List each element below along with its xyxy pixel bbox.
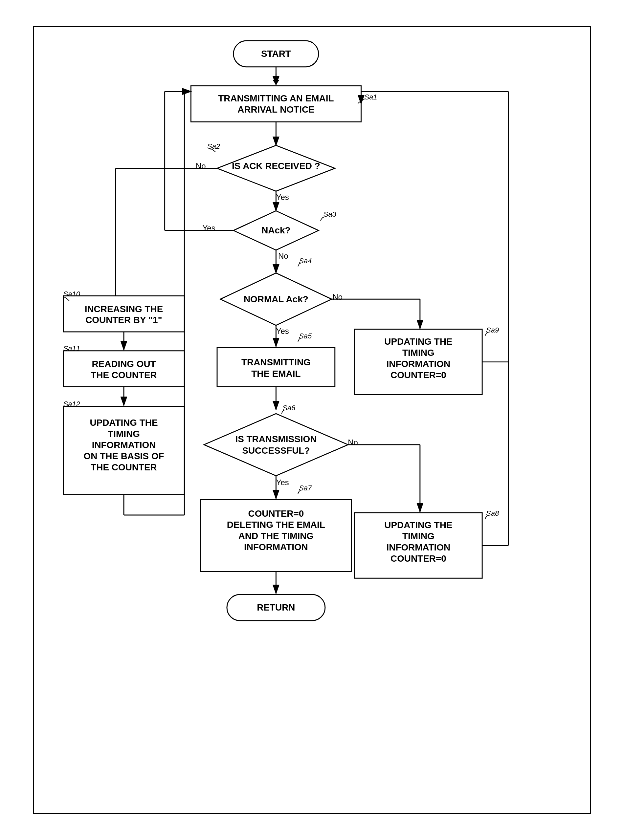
flowchart-container: START TRANSMITTING AN EMAIL ARRIVAL NOTI… [33,26,591,814]
sa7-line1: COUNTER=0 [248,509,304,519]
sa12-line5: THE COUNTER [91,462,157,472]
sa2-yes-label: Yes [276,193,289,201]
sa4-ref: Sa4 [299,256,312,265]
sa10-ref: Sa10 [63,290,80,298]
sa7-line4: INFORMATION [244,542,308,552]
sa12-line1: UPDATING THE [90,418,158,428]
svg-rect-5 [191,86,361,122]
sa12-line4: ON THE BASIS OF [84,451,164,461]
sa6-ref: Sa6 [283,404,296,412]
sa11-line1: READING OUT [92,358,156,368]
sa7-line3: AND THE TIMING [238,531,314,541]
sa10-line2: COUNTER BY "1" [85,315,162,325]
sa8-line2: TIMING [402,531,434,541]
sa4-no-label: No [332,292,343,301]
sa9-ref: Sa9 [486,326,499,334]
sa6-yes-label: Yes [276,478,289,487]
sa9-line3: INFORMATION [386,358,451,368]
start-label: START [261,49,291,59]
sa5-line1: TRANSMITTING [241,357,311,367]
sa1-line2: ARRIVAL NOTICE [238,104,315,114]
sa7-ref: Sa7 [299,484,312,492]
sa3-yes-label: Yes [202,223,215,233]
sa2-no-label: No [196,162,206,170]
sa3-label: NAck? [261,225,290,235]
sa6-line2: SUCCESSFUL? [242,445,310,456]
sa10-line1: INCREASING THE [85,304,163,314]
sa4-yes-label: Yes [276,327,289,336]
sa6-line1: IS TRANSMISSION [235,434,317,444]
sa8-line4: COUNTER=0 [391,553,446,563]
sa12-line2: TIMING [108,429,140,439]
sa1-ref: Sa1 [364,93,377,101]
sa5-ref: Sa5 [299,331,312,340]
return-label: RETURN [257,602,295,612]
sa8-line1: UPDATING THE [384,520,452,530]
sa2-line1: IS ACK RECEIVED ? [232,161,320,171]
sa11-line2: THE COUNTER [91,370,157,380]
sa8-ref: Sa8 [486,509,499,517]
sa9-line2: TIMING [402,348,434,358]
sa2-ref: Sa2 [207,142,220,150]
sa7-line2: DELETING THE EMAIL [227,519,325,530]
sa9-line1: UPDATING THE [384,336,452,347]
sa12-line3: INFORMATION [92,440,156,450]
svg-marker-23 [204,414,348,476]
sa1-line1: TRANSMITTING AN EMAIL [218,93,334,103]
sa3-ref: Sa3 [323,210,336,218]
sa9-line4: COUNTER=0 [391,370,446,380]
sa8-line3: INFORMATION [386,542,451,552]
sa5-line2: THE EMAIL [251,368,301,379]
sa3-no-label: No [278,251,288,260]
sa4-label: NORMAL Ack? [244,294,308,304]
sa6-no-label: No [348,438,358,447]
